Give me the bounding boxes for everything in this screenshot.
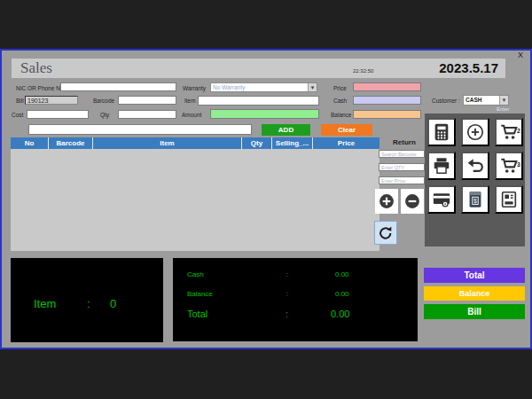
plus-circle-icon bbox=[378, 192, 395, 210]
item-input[interactable] bbox=[198, 96, 319, 106]
item-count-colon: : bbox=[87, 297, 90, 310]
decrease-qty-button[interactable] bbox=[401, 189, 424, 214]
date-text: 2023.5.17 bbox=[439, 60, 498, 75]
cash-label: Cash bbox=[333, 98, 347, 104]
page-title: Sales bbox=[20, 59, 52, 77]
customer-label: Customer : bbox=[432, 98, 460, 104]
increase-qty-button[interactable] bbox=[375, 189, 398, 214]
return-qty-input[interactable] bbox=[379, 163, 425, 171]
warranty-value: No Warranty bbox=[213, 84, 245, 90]
item-count-value: 0 bbox=[110, 297, 116, 310]
nic-label: NIC OR Phone No : bbox=[16, 85, 66, 91]
total-display-label: Total bbox=[187, 309, 207, 319]
calculator-button[interactable] bbox=[427, 118, 456, 146]
col-price[interactable]: Price bbox=[313, 137, 379, 149]
qty-input[interactable] bbox=[118, 110, 176, 119]
col-no[interactable]: No bbox=[11, 137, 49, 149]
cart-icon bbox=[499, 122, 519, 142]
price-label: Price bbox=[333, 85, 347, 91]
cart-icon bbox=[499, 156, 519, 176]
cost-label: Cost bbox=[12, 112, 23, 118]
cash-input[interactable] bbox=[353, 96, 421, 105]
cash-display-label: Cash bbox=[187, 270, 204, 278]
customer-select[interactable]: CASH ▼ bbox=[463, 95, 509, 106]
col-selling[interactable]: Selling_... bbox=[272, 137, 313, 149]
cart-2-button[interactable]: 2 bbox=[495, 118, 523, 146]
bill-button[interactable]: Bill bbox=[424, 304, 525, 319]
cash-register-icon bbox=[499, 190, 519, 209]
credit-card-icon bbox=[432, 190, 451, 209]
customer-value: CASH bbox=[466, 97, 481, 103]
balance-input[interactable] bbox=[353, 110, 421, 119]
warranty-label: Warranty bbox=[183, 85, 206, 91]
item-count-display: Item : 0 bbox=[11, 258, 163, 342]
bill-input[interactable] bbox=[25, 96, 78, 105]
cost-input[interactable] bbox=[27, 110, 89, 119]
clear-button[interactable]: Clear bbox=[321, 124, 372, 136]
add-item-button[interactable] bbox=[461, 118, 489, 146]
add-button[interactable]: ADD bbox=[262, 124, 310, 136]
item-label: Item bbox=[184, 98, 196, 104]
bill-label: Bill bbox=[16, 98, 24, 104]
balance-display-value: 0.00 bbox=[335, 290, 349, 298]
nic-input[interactable] bbox=[60, 82, 176, 91]
enter-hint: Enter bbox=[497, 106, 509, 112]
return-title: Return bbox=[393, 138, 416, 146]
sales-window: X Sales 22:32:50 2023.5.17 NIC OR Phone … bbox=[0, 49, 532, 349]
refresh-button[interactable] bbox=[374, 221, 397, 245]
cart-3-button[interactable]: 3 bbox=[495, 152, 523, 180]
svg-text:$: $ bbox=[473, 198, 477, 204]
total-display-value: 0.00 bbox=[331, 309, 349, 319]
qty-label: Qty bbox=[100, 112, 109, 118]
total-button[interactable]: Total bbox=[424, 268, 525, 283]
price-book-icon: $ bbox=[466, 190, 485, 209]
chevron-down-icon[interactable]: ▼ bbox=[499, 96, 508, 105]
balance-label: Balance bbox=[331, 112, 352, 118]
print-button[interactable] bbox=[427, 152, 456, 180]
balance-display-label: Balance bbox=[187, 290, 213, 298]
barcode-label: Barcode bbox=[93, 98, 114, 104]
minus-circle-icon bbox=[403, 192, 421, 210]
return-barcode-input[interactable] bbox=[379, 150, 425, 158]
amount-label: Amount bbox=[182, 112, 201, 118]
table-header: No Barcode Item Qty Selling_... Price bbox=[11, 137, 379, 149]
col-item[interactable]: Item bbox=[93, 137, 242, 149]
warranty-select[interactable]: No Warranty ▼ bbox=[210, 82, 317, 92]
card-payment-button[interactable] bbox=[427, 185, 456, 214]
item-count-label: Item bbox=[34, 297, 56, 310]
cash-display-value: 0.00 bbox=[335, 270, 349, 278]
amount-input[interactable] bbox=[210, 109, 319, 119]
barcode-input[interactable] bbox=[118, 96, 176, 105]
clock-text: 22:32:50 bbox=[353, 68, 373, 74]
refresh-icon bbox=[377, 224, 395, 242]
screen: X Sales 22:32:50 2023.5.17 NIC OR Phone … bbox=[0, 0, 532, 399]
add-circle-icon bbox=[466, 122, 485, 142]
cash-display-colon: : bbox=[286, 270, 288, 278]
title-bar: Sales 22:32:50 2023.5.17 bbox=[12, 59, 505, 78]
undo-icon bbox=[466, 156, 485, 176]
cart-badge: 3 bbox=[517, 161, 520, 168]
balance-button[interactable]: Balance bbox=[424, 286, 525, 301]
return-price-input[interactable] bbox=[379, 176, 425, 184]
col-barcode[interactable]: Barcode bbox=[49, 137, 93, 149]
undo-button[interactable] bbox=[461, 152, 489, 180]
printer-icon bbox=[432, 156, 451, 176]
price-book-button[interactable]: $ bbox=[461, 185, 489, 214]
col-qty[interactable]: Qty bbox=[242, 137, 272, 149]
items-table-body[interactable] bbox=[11, 149, 379, 251]
entry-input[interactable] bbox=[28, 124, 252, 135]
calculator-icon bbox=[432, 122, 451, 142]
price-input[interactable] bbox=[353, 82, 421, 91]
totals-display: Cash : 0.00 Balance : 0.00 Total : 0.00 bbox=[173, 258, 418, 341]
cart-badge: 2 bbox=[517, 128, 520, 134]
balance-display-colon: : bbox=[286, 290, 288, 298]
close-button[interactable]: X bbox=[518, 51, 523, 59]
chevron-down-icon[interactable]: ▼ bbox=[308, 83, 317, 91]
total-display-colon: : bbox=[286, 309, 288, 319]
cash-register-button[interactable] bbox=[495, 185, 523, 214]
action-panel: 2 3 bbox=[425, 113, 525, 246]
